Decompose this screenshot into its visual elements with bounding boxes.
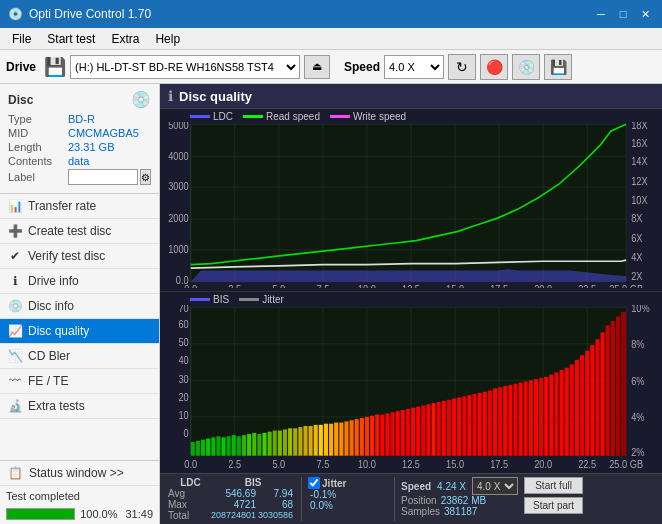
svg-text:5.0: 5.0	[272, 458, 285, 470]
svg-rect-69	[227, 436, 231, 455]
avg-bis-val: 7.94	[258, 488, 293, 499]
position-val: 23862 MB	[441, 495, 487, 506]
disc-type-val: BD-R	[68, 113, 95, 125]
svg-text:10: 10	[178, 409, 189, 421]
status-window-button[interactable]: 📋 Status window >>	[0, 461, 159, 486]
svg-text:17.5: 17.5	[490, 284, 508, 288]
drive-info-icon: ℹ	[8, 274, 22, 288]
svg-rect-113	[452, 398, 456, 455]
disc-label-row: Label ⚙	[8, 169, 151, 185]
drive-select[interactable]: (H:) HL-DT-ST BD-RE WH16NS58 TST4	[70, 55, 300, 79]
maximize-button[interactable]: □	[614, 5, 632, 23]
disc-quality-header: ℹ Disc quality	[160, 84, 662, 109]
refresh-button[interactable]: ↻	[448, 54, 476, 80]
ldc-legend-color	[190, 115, 210, 118]
svg-rect-132	[549, 374, 553, 455]
jitter-header: Jitter	[322, 478, 346, 489]
svg-rect-110	[437, 402, 441, 456]
max-bis-val: 68	[258, 499, 293, 510]
minimize-button[interactable]: ─	[592, 5, 610, 23]
start-part-button[interactable]: Start part	[524, 497, 583, 514]
svg-rect-90	[334, 422, 338, 455]
svg-text:40: 40	[178, 354, 189, 366]
svg-text:20: 20	[178, 391, 189, 403]
speed-label: Speed	[344, 60, 380, 74]
svg-text:6X: 6X	[631, 232, 643, 244]
svg-text:2.5: 2.5	[228, 284, 241, 288]
svg-rect-120	[488, 390, 492, 455]
svg-rect-76	[262, 432, 266, 455]
svg-text:0.0: 0.0	[184, 284, 197, 288]
drive-label: Drive	[6, 60, 36, 74]
disc-label-button[interactable]: ⚙	[140, 169, 151, 185]
stats-headers: LDC BIS	[166, 477, 295, 488]
jitter-legend-label: Jitter	[262, 294, 284, 305]
svg-rect-68	[221, 437, 225, 455]
svg-rect-102	[396, 411, 400, 456]
svg-rect-143	[606, 325, 610, 455]
disc-length-val: 23.31 GB	[68, 141, 114, 153]
disc-label-input[interactable]	[68, 169, 138, 185]
svg-text:7.5: 7.5	[316, 458, 329, 470]
svg-rect-79	[278, 430, 282, 455]
svg-rect-89	[329, 423, 333, 455]
svg-rect-122	[498, 387, 502, 455]
read-speed-legend-label: Read speed	[266, 111, 320, 122]
svg-text:10%: 10%	[631, 305, 650, 314]
svg-rect-78	[273, 430, 277, 455]
sidebar-item-disc-quality[interactable]: 📈 Disc quality	[0, 319, 159, 344]
extra-tests-icon: 🔬	[8, 399, 22, 413]
upper-chart-svg: 5000 4000 3000 2000 1000 0.0 18X 16X 14X…	[160, 122, 662, 288]
stats-bar: LDC BIS Avg 546.69 7.94 Max 4721 68 Tota…	[160, 473, 662, 524]
svg-rect-77	[268, 431, 272, 455]
cd-bler-label: CD Bler	[28, 349, 70, 363]
bis-header: BIS	[233, 477, 273, 488]
sidebar-item-verify-test-disc[interactable]: ✔ Verify test disc	[0, 244, 159, 269]
ldc-stats-col: LDC BIS Avg 546.69 7.94 Max 4721 68 Tota…	[166, 477, 295, 521]
svg-rect-63	[196, 440, 200, 455]
menu-start-test[interactable]: Start test	[39, 30, 103, 48]
progress-percent: 100.0%	[79, 508, 117, 520]
svg-rect-66	[211, 437, 215, 455]
svg-rect-101	[391, 412, 395, 455]
sidebar-item-fe-te[interactable]: 〰 FE / TE	[0, 369, 159, 394]
svg-rect-121	[493, 388, 497, 455]
sidebar-item-cd-bler[interactable]: 📉 CD Bler	[0, 344, 159, 369]
sidebar-item-drive-info[interactable]: ℹ Drive info	[0, 269, 159, 294]
sidebar-item-disc-info[interactable]: 💿 Disc info	[0, 294, 159, 319]
speed-select[interactable]: 4.0 X	[384, 55, 444, 79]
svg-rect-92	[344, 421, 348, 455]
svg-text:70: 70	[178, 305, 189, 314]
disc-button[interactable]: 💿	[512, 54, 540, 80]
menu-extra[interactable]: Extra	[103, 30, 147, 48]
svg-rect-93	[350, 420, 354, 455]
svg-rect-81	[288, 428, 292, 455]
svg-text:15.0: 15.0	[446, 284, 464, 288]
disc-quality-title: Disc quality	[179, 89, 252, 104]
lower-chart-svg: 70 60 50 40 30 20 10 0 10% 8% 6% 4% 2% 0…	[160, 305, 662, 471]
close-button[interactable]: ✕	[636, 5, 654, 23]
sidebar-item-transfer-rate[interactable]: 📊 Transfer rate	[0, 194, 159, 219]
disc-contents-row: Contents data	[8, 155, 151, 167]
speed-select-stats[interactable]: 4.0 X	[472, 477, 518, 495]
menu-help[interactable]: Help	[147, 30, 188, 48]
eject-button[interactable]: ⏏	[304, 55, 330, 79]
total-label: Total	[168, 510, 206, 521]
lower-legend: BIS Jitter	[160, 292, 662, 305]
svg-rect-134	[560, 370, 564, 456]
burn-button[interactable]: 🔴	[480, 54, 508, 80]
disc-panel-title: Disc	[8, 93, 33, 107]
disc-quality-header-icon: ℹ	[168, 88, 173, 104]
save-button[interactable]: 💾	[544, 54, 572, 80]
svg-text:8X: 8X	[631, 213, 643, 225]
jitter-checkbox[interactable]	[308, 477, 320, 489]
menu-file[interactable]: File	[4, 30, 39, 48]
disc-length-key: Length	[8, 141, 68, 153]
drive-info-label: Drive info	[28, 274, 79, 288]
start-full-button[interactable]: Start full	[524, 477, 583, 494]
sidebar-item-extra-tests[interactable]: 🔬 Extra tests	[0, 394, 159, 419]
svg-rect-96	[365, 416, 369, 455]
svg-rect-103	[401, 410, 405, 456]
bis-legend-item: BIS	[190, 294, 229, 305]
sidebar-item-create-test-disc[interactable]: ➕ Create test disc	[0, 219, 159, 244]
